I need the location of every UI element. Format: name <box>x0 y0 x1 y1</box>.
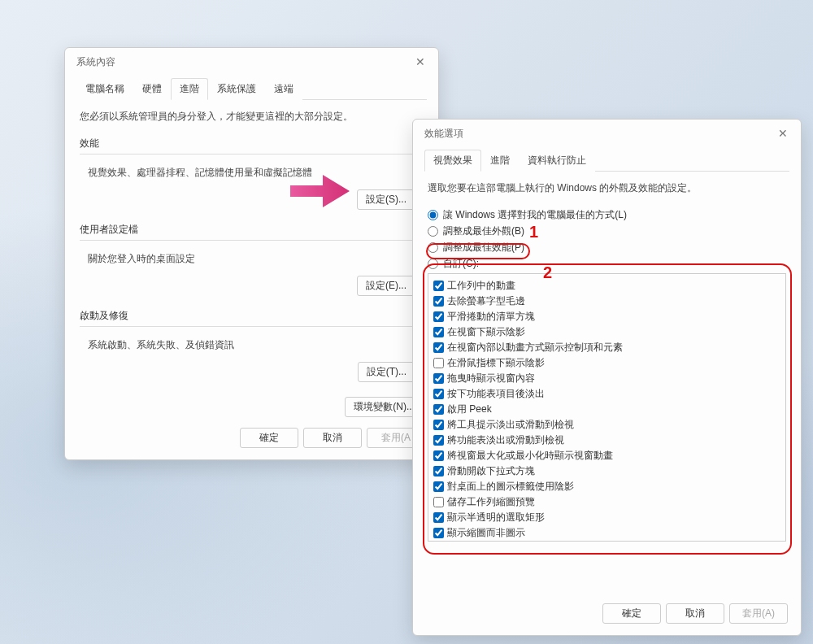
check-item[interactable]: 顯示縮圖而非圖示 <box>433 526 780 540</box>
check-item[interactable]: 將視窗最大化或最小化時顯示視窗動畫 <box>433 449 780 463</box>
check-item-checkbox[interactable] <box>433 435 444 446</box>
divider <box>80 240 424 241</box>
check-item-label: 拖曳時顯示視窗內容 <box>447 372 535 385</box>
performance-group: 效能 視覺效果、處理器排程、記憶體使用量和虛擬記憶體 設定(S)... <box>80 137 424 216</box>
check-item-label: 在滑鼠指標下顯示陰影 <box>447 356 545 370</box>
check-item-label: 在視窗內部以動畫方式顯示控制項和元素 <box>447 341 623 355</box>
radio-best-performance-label: 調整成最佳效能(P) <box>443 241 524 255</box>
radio-let-windows-input[interactable] <box>428 210 438 220</box>
radio-best-performance-input[interactable] <box>428 242 438 253</box>
radio-custom-input[interactable] <box>428 259 438 269</box>
check-item-checkbox[interactable] <box>433 373 444 384</box>
check-item[interactable]: 將工具提示淡出或滑動到檢視 <box>433 418 780 432</box>
check-item-label: 去除螢幕字型毛邊 <box>447 294 525 308</box>
startup-settings-button[interactable]: 設定(T)... <box>358 362 415 382</box>
tab-system-protection[interactable]: 系統保護 <box>208 78 265 100</box>
perf-actions: 確定 取消 套用(A) <box>602 603 788 624</box>
radio-let-windows[interactable]: 讓 Windows 選擇對我的電腦最佳的方式(L) <box>428 208 786 222</box>
visual-effects-list[interactable]: 工作列中的動畫去除螢幕字型毛邊平滑捲動的清單方塊在視窗下顯示陰影在視窗內部以動畫… <box>428 273 786 542</box>
perf-titlebar: 效能選項 ✕ <box>413 120 801 142</box>
check-item-checkbox[interactable] <box>433 528 444 538</box>
sysprops-actions: 確定 取消 套用(A <box>240 428 425 448</box>
check-item[interactable]: 滑動開啟下拉式方塊 <box>433 464 780 478</box>
check-item-checkbox[interactable] <box>433 296 444 307</box>
check-item-checkbox[interactable] <box>433 466 444 476</box>
tab-computer-name[interactable]: 電腦名稱 <box>76 78 133 100</box>
check-item[interactable]: 按下功能表項目後淡出 <box>433 387 780 401</box>
perf-content: 選取您要在這部電腦上執行的 Windows 的外觀及效能的設定。 讓 Windo… <box>413 172 801 551</box>
check-item[interactable]: 啟用 Peek <box>433 402 780 416</box>
check-item[interactable]: 儲存工作列縮圖預覽 <box>433 495 780 509</box>
check-item-label: 儲存工作列縮圖預覽 <box>447 495 535 509</box>
check-item-checkbox[interactable] <box>433 342 444 353</box>
check-item-checkbox[interactable] <box>433 497 444 507</box>
check-item-checkbox[interactable] <box>433 512 444 523</box>
divider <box>80 326 424 327</box>
sysprops-content: 您必須以系統管理員的身分登入，才能變更這裡的大部分設定。 效能 視覺效果、處理器… <box>65 100 438 427</box>
check-item-label: 將視窗最大化或最小化時顯示視窗動畫 <box>447 449 613 463</box>
check-item-label: 工作列中的動畫 <box>447 279 515 293</box>
check-item[interactable]: 工作列中的動畫 <box>433 279 780 293</box>
check-item[interactable]: 對桌面上的圖示標籤使用陰影 <box>433 480 780 494</box>
divider <box>80 154 424 154</box>
tab-dep[interactable]: 資料執行防止 <box>519 150 595 172</box>
check-item-label: 滑動開啟下拉式方塊 <box>447 464 535 478</box>
check-item[interactable]: 將功能表淡出或滑動到檢視 <box>433 433 780 447</box>
check-item-label: 將功能表淡出或滑動到檢視 <box>447 433 564 447</box>
performance-settings-button[interactable]: 設定(S)... <box>357 189 415 210</box>
system-properties-dialog: 系統內容 ✕ 電腦名稱 硬體 進階 系統保護 遠端 您必須以系統管理員的身分登入… <box>64 47 439 460</box>
ok-button[interactable]: 確定 <box>240 428 298 448</box>
performance-options-dialog: 效能選項 ✕ 視覺效果 進階 資料執行防止 選取您要在這部電腦上執行的 Wind… <box>412 119 802 636</box>
check-item[interactable]: 拖曳時顯示視窗內容 <box>433 372 780 385</box>
apply-button[interactable]: 套用(A) <box>729 603 788 624</box>
tab-remote[interactable]: 遠端 <box>265 78 302 100</box>
check-item[interactable]: 顯示半透明的選取矩形 <box>433 511 780 524</box>
startup-group: 啟動及修復 系統啟動、系統失敗、及偵錯資訊 設定(T)... <box>80 309 424 389</box>
check-item[interactable]: 平滑捲動的清單方塊 <box>433 310 780 324</box>
radio-best-appearance-input[interactable] <box>428 226 438 237</box>
cancel-button[interactable]: 取消 <box>666 603 724 624</box>
profiles-settings-button[interactable]: 設定(E)... <box>357 276 415 296</box>
sysprops-title: 系統內容 <box>76 55 410 69</box>
radio-let-windows-label: 讓 Windows 選擇對我的電腦最佳的方式(L) <box>443 208 627 222</box>
check-item[interactable]: 在視窗下顯示陰影 <box>433 325 780 339</box>
profiles-title: 使用者設定檔 <box>80 223 424 237</box>
radio-best-performance[interactable]: 調整成最佳效能(P) <box>428 241 786 255</box>
check-item-label: 顯示半透明的選取矩形 <box>447 511 545 524</box>
profiles-desc: 關於您登入時的桌面設定 <box>88 252 415 266</box>
check-item-checkbox[interactable] <box>433 389 444 399</box>
radio-best-appearance-label: 調整成最佳外觀(B) <box>443 224 524 238</box>
check-item[interactable]: 在視窗內部以動畫方式顯示控制項和元素 <box>433 341 780 355</box>
check-item-label: 顯示縮圖而非圖示 <box>447 526 525 540</box>
check-item-checkbox[interactable] <box>433 358 444 368</box>
check-item-checkbox[interactable] <box>433 450 444 461</box>
performance-desc: 視覺效果、處理器排程、記憶體使用量和虛擬記憶體 <box>88 166 415 180</box>
cancel-button[interactable]: 取消 <box>303 428 362 448</box>
check-item-checkbox[interactable] <box>433 311 444 322</box>
radio-custom-label: 自訂(C): <box>443 257 479 271</box>
startup-title: 啟動及修復 <box>80 309 424 323</box>
ok-button[interactable]: 確定 <box>602 603 661 624</box>
startup-desc: 系統啟動、系統失敗、及偵錯資訊 <box>88 338 415 352</box>
check-item-label: 平滑捲動的清單方塊 <box>447 310 535 324</box>
tab-advanced[interactable]: 進階 <box>171 78 208 100</box>
tab-hardware[interactable]: 硬體 <box>133 78 171 100</box>
radio-best-appearance[interactable]: 調整成最佳外觀(B) <box>428 224 786 238</box>
tab-visual-effects[interactable]: 視覺效果 <box>424 150 481 172</box>
perf-title: 效能選項 <box>424 127 772 141</box>
check-item-checkbox[interactable] <box>433 481 444 492</box>
check-item-label: 在視窗下顯示陰影 <box>447 325 525 339</box>
check-item[interactable]: 在滑鼠指標下顯示陰影 <box>433 356 780 370</box>
check-item-checkbox[interactable] <box>433 404 444 415</box>
check-item-checkbox[interactable] <box>433 327 444 337</box>
check-item[interactable]: 去除螢幕字型毛邊 <box>433 294 780 308</box>
check-item-checkbox[interactable] <box>433 420 444 430</box>
perf-hint: 選取您要在這部電腦上執行的 Windows 的外觀及效能的設定。 <box>428 181 786 195</box>
check-item-label: 啟用 Peek <box>447 402 492 416</box>
close-icon[interactable]: ✕ <box>772 126 793 141</box>
close-icon[interactable]: ✕ <box>410 54 430 69</box>
tab-perf-advanced[interactable]: 進階 <box>481 150 519 172</box>
sysprops-tabs: 電腦名稱 硬體 進階 系統保護 遠端 <box>76 77 427 100</box>
check-item-checkbox[interactable] <box>433 281 444 291</box>
radio-custom[interactable]: 自訂(C): <box>428 257 786 271</box>
